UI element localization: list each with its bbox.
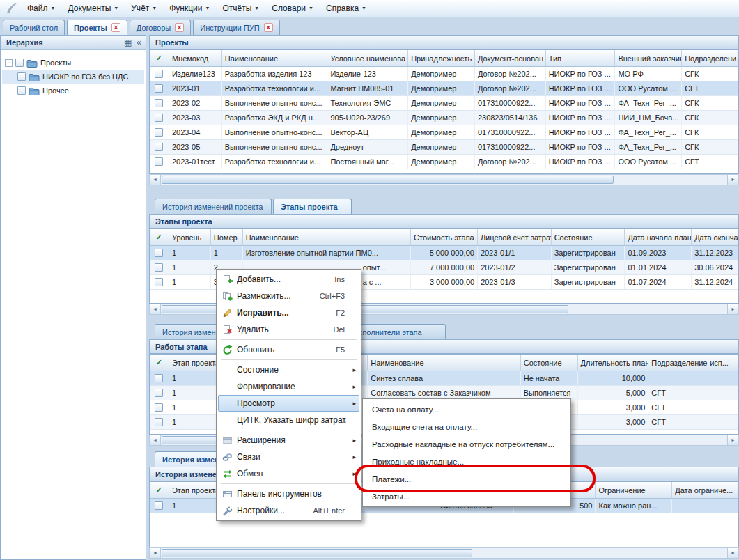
menu-Словари[interactable]: Словари▼ — [265, 1, 320, 16]
tree-checkbox[interactable] — [17, 72, 26, 81]
column-header-Условное наименова[interactable]: Условное наименова — [327, 50, 408, 66]
scroll-right-button[interactable]: ▸ — [727, 175, 738, 185]
column-header-Наименование[interactable]: Наименование — [243, 229, 411, 245]
projects-row[interactable]: Изделие123Разработка изделия 123Изделие-… — [150, 67, 738, 81]
row-checkbox[interactable] — [155, 263, 163, 272]
column-header-Лицевой счёт затрат[interactable]: Лицевой счёт затрат — [478, 229, 552, 245]
column-header-Стоимость этапа[interactable]: Стоимость этапа — [411, 229, 478, 245]
tree-expander-icon[interactable]: − — [5, 59, 13, 67]
column-check-header[interactable]: ✓ — [150, 355, 169, 371]
context-menu-item-Связи[interactable]: Связи▸ — [218, 449, 359, 465]
row-checkbox[interactable] — [155, 389, 163, 397]
projects-hscrollbar[interactable]: ◂ ▸ — [149, 174, 739, 185]
tree-item-НИОКР по ГОЗ без НДС[interactable]: НИОКР по ГОЗ без НДС — [2, 70, 144, 84]
context-menu-item-Исправить...[interactable]: Исправить...F2 — [218, 304, 359, 321]
submenu-item-Счета на оплату...[interactable]: Счета на оплату... — [364, 400, 569, 418]
context-menu-item-Удалить[interactable]: УдалитьDel — [218, 321, 359, 338]
scroll-left-button[interactable]: ◂ — [150, 435, 161, 445]
menu-Справка[interactable]: Справка▼ — [320, 1, 373, 16]
projects-row[interactable]: 2023-04Выполнение опытно-конс...Вектор-А… — [150, 125, 738, 140]
column-header-Внешний заказчик[interactable]: Внешний заказчик — [615, 50, 682, 66]
projects-row[interactable]: 2023-02Выполнение опытно-конс...Технолог… — [150, 96, 738, 111]
projects-row[interactable]: 2023-01тестРазработка технологии и...Пос… — [150, 155, 738, 169]
scroll-right-button[interactable]: ▸ — [727, 304, 738, 314]
tree-item-Проекты[interactable]: −Проекты — [2, 56, 144, 70]
column-header-Тип[interactable]: Тип — [546, 50, 616, 66]
scroll-track[interactable] — [161, 175, 727, 185]
bottom-hscrollbar[interactable]: ◂ ▸ — [149, 547, 739, 559]
row-checkbox[interactable] — [155, 143, 163, 151]
column-header-Документ-основан[interactable]: Документ-основан — [475, 50, 546, 66]
tab-Этапы проекта[interactable]: Этапы проекта — [273, 199, 352, 214]
scroll-left-button[interactable]: ◂ — [150, 304, 161, 314]
context-menu-item-Расширения[interactable]: Расширения▸ — [218, 432, 359, 449]
column-header-Номер[interactable]: Номер — [211, 229, 243, 245]
row-checkbox[interactable] — [155, 157, 163, 166]
tab-Инструкции ПУП[interactable]: Инструкции ПУП× — [193, 20, 279, 35]
tab-close-icon[interactable]: × — [175, 23, 184, 32]
row-checkbox[interactable] — [155, 84, 163, 93]
column-header-Длительность план[interactable]: Длительность план▼ — [578, 355, 649, 371]
tab-close-icon[interactable]: × — [264, 23, 273, 32]
menu-Документы[interactable]: Документы▼ — [61, 1, 125, 16]
menu-Функции[interactable]: Функции▼ — [163, 1, 216, 16]
column-header-Ограничение[interactable]: Ограничение — [596, 482, 672, 498]
row-checkbox[interactable] — [155, 70, 163, 78]
scroll-left-button[interactable]: ◂ — [150, 175, 161, 185]
column-header-Дата оконча...[interactable]: Дата оконча... — [692, 229, 738, 245]
row-checkbox[interactable] — [155, 114, 163, 122]
projects-row[interactable]: 2023-01Разработка технологии и...Магнит … — [150, 81, 738, 96]
column-header-Принадлежность[interactable]: Принадлежность — [408, 50, 475, 66]
context-menu-item-Добавить...[interactable]: Добавить...Ins — [218, 271, 359, 288]
scroll-thumb[interactable] — [162, 176, 614, 184]
hierarchy-filter-icon[interactable]: ▦ — [124, 38, 132, 47]
tab-Рабочий стол[interactable]: Рабочий стол — [3, 20, 65, 35]
menu-Отчёты[interactable]: Отчёты▼ — [216, 1, 265, 16]
scroll-thumb[interactable] — [162, 549, 472, 557]
scroll-left-button[interactable]: ◂ — [150, 548, 161, 558]
row-checkbox[interactable] — [155, 403, 163, 412]
column-header-Наименование[interactable]: Наименование — [222, 50, 328, 66]
menu-Учёт[interactable]: Учёт▼ — [125, 1, 163, 16]
tab-Договоры[interactable]: Договоры× — [130, 20, 191, 35]
row-checkbox[interactable] — [155, 418, 163, 426]
column-header-Наименование[interactable]: Наименование — [368, 355, 520, 371]
context-menu-item-ЦИТК. Указать шифр затрат...[interactable]: ЦИТК. Указать шифр затрат... — [218, 412, 359, 428]
stages-row[interactable]: 11Изготовление опытной партии ПМ0...5 00… — [150, 246, 738, 260]
column-header-Уровень[interactable]: Уровень — [169, 229, 211, 245]
tree-checkbox[interactable] — [15, 59, 24, 67]
context-menu-item-Обмен[interactable]: Обмен▸ — [218, 465, 359, 482]
column-check-header[interactable]: ✓ — [150, 482, 169, 498]
projects-row[interactable]: 2023-03Разработка ЭКД и РКД н...905-U020… — [150, 111, 738, 125]
scroll-track[interactable] — [161, 548, 727, 558]
column-check-header[interactable]: ✓ — [150, 50, 169, 66]
submenu-item-Затраты...[interactable]: Затраты... — [364, 488, 569, 505]
tab-История изменений проекта[interactable]: История изменений проекта — [155, 199, 272, 214]
projects-row[interactable]: 2023-05Выполнение опытно-конс...Дредноут… — [150, 140, 738, 155]
column-header-Состояние[interactable]: Состояние — [521, 355, 578, 371]
context-menu-item-Обновить[interactable]: ОбновитьF5 — [218, 341, 359, 358]
column-header-Дата ограниче...[interactable]: Дата ограниче... — [672, 482, 738, 498]
column-header-Мнемокод[interactable]: Мнемокод — [169, 50, 222, 66]
tree-item-Прочее[interactable]: Прочее — [2, 84, 144, 98]
row-checkbox[interactable] — [155, 128, 163, 137]
tab-close-icon[interactable]: × — [111, 23, 120, 32]
context-menu-item-Размножить...[interactable]: Размножить...Ctrl+F3 — [218, 288, 359, 304]
column-header-Дата начала план[interactable]: Дата начала план — [625, 229, 692, 245]
row-checkbox[interactable] — [155, 374, 163, 382]
row-checkbox[interactable] — [155, 99, 163, 107]
context-menu-item-Просмотр[interactable]: Просмотр▸ — [218, 395, 359, 412]
submenu-item-Приходные накладные...[interactable]: Приходные накладные... — [364, 453, 569, 470]
row-checkbox[interactable] — [155, 501, 163, 510]
scroll-right-button[interactable]: ▸ — [727, 548, 738, 558]
collapse-panel-icon[interactable]: « — [137, 38, 141, 47]
column-header-Подразделение-исп...[interactable]: Подразделение-исп... — [648, 355, 738, 371]
column-header-Подразделени...[interactable]: Подразделени... — [682, 50, 738, 66]
menu-Файл[interactable]: Файл▼ — [21, 1, 61, 16]
tab-Проекты[interactable]: Проекты× — [67, 20, 127, 35]
row-checkbox[interactable] — [155, 278, 163, 286]
scroll-right-button[interactable]: ▸ — [727, 435, 738, 445]
submenu-item-Входящие счета на оплату...[interactable]: Входящие счета на оплату... — [364, 418, 569, 435]
context-menu-item-Формирование[interactable]: Формирование▸ — [218, 378, 359, 395]
row-checkbox[interactable] — [155, 249, 163, 257]
